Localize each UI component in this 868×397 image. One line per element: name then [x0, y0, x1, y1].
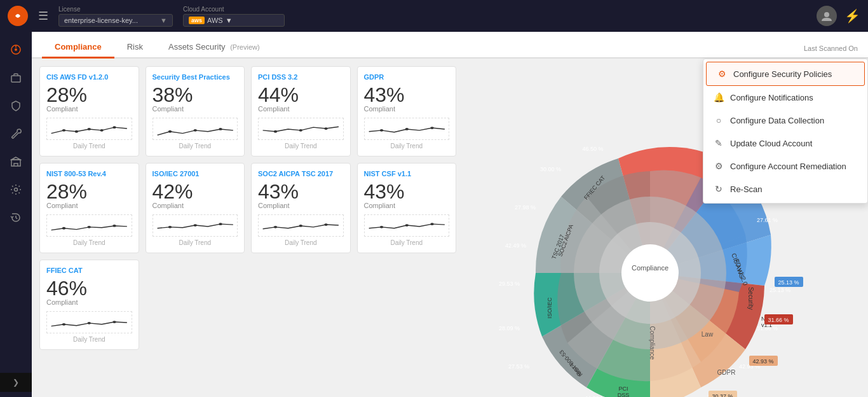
svg-point-10 [88, 128, 91, 130]
card-pci[interactable]: PCI DSS 3.2 44% Compliant Daily Trend [251, 66, 351, 157]
card-pci-percent: 44% [258, 85, 344, 105]
license-value: enterprise-license-key... [64, 17, 138, 24]
card-soc2-title: SOC2 AICPA TSC 2017 [258, 170, 344, 178]
configure-data-label: Configure Data Collection [730, 116, 824, 125]
card-soc2-trend [258, 214, 344, 237]
svg-text:DSS: DSS [618, 392, 630, 397]
tab-assets-security[interactable]: Assets Security (Preview) [156, 37, 273, 59]
card-nist800[interactable]: NIST 800-53 Rev.4 28% Compliant Daily Tr… [39, 163, 139, 253]
card-ffiec-trend [46, 311, 132, 333]
dropdown-configure-data[interactable]: ○ Configure Data Collection [703, 109, 867, 132]
card-soc2-compliant: Compliant [258, 202, 344, 209]
card-nist800-title: NIST 800-53 Rev.4 [46, 170, 132, 178]
svg-text:GDPR: GDPR [717, 369, 736, 376]
sidebar-item-building[interactable] [3, 149, 29, 174]
card-ffiec-compliant: Compliant [46, 298, 132, 306]
svg-point-12 [112, 126, 116, 129]
svg-text:31.66 %: 31.66 % [768, 317, 789, 323]
aws-badge: aws [189, 17, 205, 24]
sidebar-expand[interactable]: ❯ [0, 373, 32, 392]
svg-rect-6 [11, 160, 20, 166]
card-iso-trend [153, 214, 238, 237]
card-pci-trend [258, 118, 344, 140]
card-sbp[interactable]: Security Best Practices 38% Compliant Da… [146, 66, 245, 157]
tabs-left: Compliance Risk Assets Security (Preview… [42, 37, 273, 57]
settings-icon[interactable]: ⚡ [844, 8, 860, 24]
card-iso-trend-label: Daily Trend [153, 239, 238, 246]
license-label: License [58, 6, 173, 13]
svg-text:Compliance: Compliance [632, 264, 668, 272]
svg-point-22 [62, 227, 65, 230]
sidebar-item-history[interactable] [3, 205, 29, 230]
card-soc2[interactable]: SOC2 AICPA TSC 2017 43% Compliant Daily … [251, 163, 351, 253]
configure-security-label: Configure Security Policies [733, 69, 832, 79]
svg-text:28.09 %: 28.09 % [499, 325, 520, 331]
svg-text:25.13 %: 25.13 % [778, 279, 799, 286]
svg-text:27.61 %: 27.61 % [757, 217, 778, 223]
topbar-right: ⚡ [817, 6, 860, 26]
svg-point-39 [621, 244, 679, 302]
svg-point-27 [219, 223, 222, 225]
tab-compliance[interactable]: Compliance [42, 37, 114, 59]
sidebar-item-settings[interactable] [3, 177, 29, 202]
svg-point-23 [88, 226, 91, 228]
license-select[interactable]: enterprise-license-key... ▼ [58, 14, 173, 27]
refresh-icon: ↻ [714, 184, 724, 194]
svg-point-18 [324, 127, 327, 130]
svg-text:30.00 %: 30.00 % [540, 166, 561, 172]
svg-text:46.50 %: 46.50 % [582, 146, 603, 152]
last-scanned: Last Scanned On [804, 45, 858, 57]
rescan-label: Re-Scan [730, 185, 763, 194]
svg-point-9 [75, 130, 78, 133]
dropdown-configure-notifications[interactable]: 🔔 Configure Notifications [703, 86, 867, 109]
sidebar: ❯ [0, 32, 32, 397]
dropdown-rescan[interactable]: ↻ Re-Scan [703, 178, 867, 200]
cloud-select[interactable]: aws AWS ▼ [183, 14, 285, 27]
menu-icon[interactable]: ☰ [38, 9, 48, 23]
sidebar-item-briefcase[interactable] [3, 65, 29, 90]
svg-text:42.49 %: 42.49 % [505, 242, 526, 249]
sidebar-item-dashboard[interactable] [3, 37, 29, 62]
main-layout: ❯ Compliance Risk Assets Security (Previ… [0, 32, 868, 397]
card-ffiec[interactable]: FFIEC CAT 46% Compliant Daily Trend [39, 260, 139, 350]
tab-risk[interactable]: Risk [114, 37, 156, 59]
svg-text:25.13 %: 25.13 % [770, 287, 790, 293]
sidebar-bottom: ❯ [0, 373, 32, 392]
card-cis[interactable]: CIS AWS FD v1.2.0 28% Compliant [39, 66, 139, 157]
card-iso[interactable]: ISO/IEC 27001 42% Compliant Daily Trend [146, 163, 245, 253]
svg-point-20 [405, 128, 408, 130]
card-soc2-trend-label: Daily Trend [258, 239, 344, 246]
tab-assets-label: Assets Security [168, 42, 226, 52]
svg-point-25 [168, 226, 171, 228]
card-iso-percent: 42% [153, 181, 238, 202]
svg-point-28 [274, 226, 277, 228]
svg-point-14 [193, 129, 196, 132]
cloud-section: Cloud Account aws AWS ▼ [183, 6, 285, 27]
svg-text:Compliance: Compliance [649, 326, 656, 360]
cloud-label: Cloud Account [183, 6, 285, 13]
license-arrow: ▼ [160, 17, 167, 24]
cloud-arrow: ▼ [226, 17, 233, 24]
dropdown-update-cloud[interactable]: ✎ Update Cloud Account [703, 132, 867, 155]
dropdown-configure-security[interactable]: ⚙ Configure Security Policies [706, 62, 865, 86]
card-nist800-percent: 28% [46, 181, 132, 202]
svg-point-24 [112, 225, 116, 227]
dropdown-configure-remediation[interactable]: ⚙ Configure Account Remediation [703, 155, 867, 178]
svg-point-16 [274, 130, 277, 133]
svg-point-29 [299, 225, 302, 227]
svg-text:Security: Security [747, 287, 754, 310]
gear-icon: ⚙ [717, 69, 727, 79]
card-sbp-compliant: Compliant [153, 105, 238, 113]
svg-point-32 [405, 224, 408, 226]
card-sbp-trend-label: Daily Trend [153, 143, 238, 150]
svg-text:29.53 %: 29.53 % [499, 281, 520, 287]
svg-text:30.37 %: 30.37 % [712, 393, 733, 397]
topbar: ☰ License enterprise-license-key... ▼ Cl… [0, 0, 868, 32]
card-cis-compliant: Compliant [46, 105, 132, 113]
svg-text:27.53 %: 27.53 % [508, 363, 529, 370]
card-pci-compliant: Compliant [258, 105, 344, 113]
sidebar-item-tools[interactable] [3, 121, 29, 146]
svg-point-1 [824, 12, 829, 17]
sidebar-item-shield[interactable] [3, 93, 29, 118]
license-section: License enterprise-license-key... ▼ [58, 6, 173, 27]
